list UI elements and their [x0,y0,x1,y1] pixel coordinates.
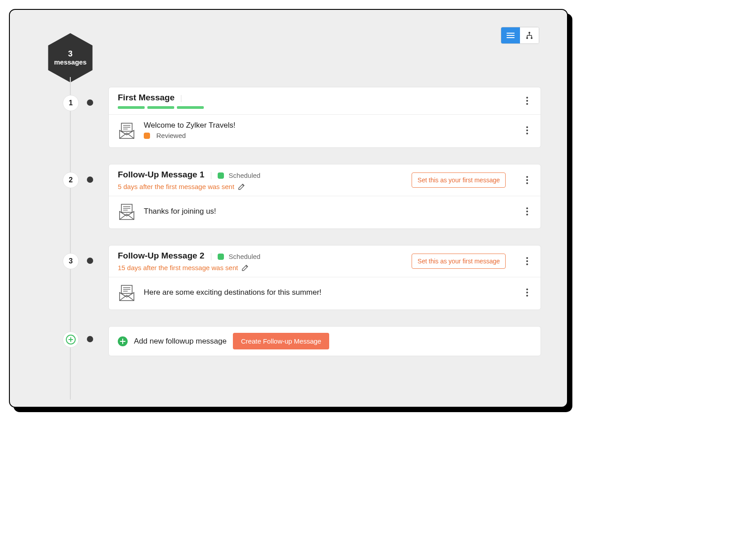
list-view-button[interactable] [501,27,520,43]
svg-point-8 [526,37,528,39]
message-row: 1 First Message [59,87,541,148]
messages-count-label: messages [54,59,87,66]
message-card: Follow-Up Message 1 Scheduled 5 days aft… [108,164,541,229]
status-dot-icon [144,133,150,139]
timeline-dot [87,336,93,342]
message-card: First Message [108,87,541,148]
svg-point-3 [528,32,530,34]
message-status: Scheduled [229,253,261,260]
content-menu-button[interactable] [523,288,532,297]
envelope-icon [118,202,137,220]
message-title: Follow-Up Message 2 [118,251,204,261]
message-row: 2 Follow-Up Message 1 Scheduled 5 days a… [59,164,541,229]
separator [211,172,211,179]
timeline-dot [87,258,93,264]
message-menu-button[interactable] [523,176,532,184]
separator [211,253,211,260]
message-content-status: Reviewed [156,132,186,139]
message-content-title: Here are some exciting destinations for … [144,288,519,297]
envelope-icon [118,284,137,301]
edit-icon[interactable] [241,263,249,271]
edit-icon[interactable] [238,182,246,190]
tree-icon [525,31,534,39]
app-frame: 3 messages 1 First Message [9,9,568,408]
add-step-badge[interactable] [63,331,79,348]
separator [181,95,181,102]
message-card: Follow-Up Message 2 Scheduled 15 days af… [108,245,541,310]
message-menu-button[interactable] [523,97,532,105]
message-title: Follow-Up Message 1 [118,170,204,180]
add-followup-row: Add new followup message Create Follow-u… [59,326,541,356]
messages-list: 1 First Message [59,87,541,356]
schedule-text: 5 days after the first message was sent [118,183,234,190]
timeline-dot [87,176,93,183]
svg-point-9 [531,37,533,39]
status-dot-icon [218,254,224,260]
step-number: 2 [63,172,79,188]
message-title: First Message [118,93,175,103]
timeline-dot [87,99,93,106]
plus-outline-icon [66,335,76,344]
status-dot-icon [218,172,224,179]
message-menu-button[interactable] [523,257,532,265]
schedule-text: 15 days after the first message was sent [118,264,238,271]
view-toggle [501,27,539,44]
add-followup-text: Add new followup message [134,337,227,346]
message-content-title: Thanks for joining us! [144,207,519,216]
message-content-title: Welcome to Zylker Travels! [144,121,519,130]
tree-view-button[interactable] [520,27,539,43]
set-first-button[interactable]: Set this as your first message [412,172,506,188]
content-menu-button[interactable] [523,207,532,215]
plus-solid-icon[interactable] [118,336,128,346]
envelope-icon [118,121,137,139]
content-menu-button[interactable] [523,126,532,134]
set-first-button[interactable]: Set this as your first message [412,254,506,269]
create-followup-button[interactable]: Create Follow-up Message [233,333,329,349]
messages-count: 3 [68,50,73,59]
message-row: 3 Follow-Up Message 2 Scheduled 15 days … [59,245,541,310]
list-icon [506,32,515,39]
progress-bars [118,106,519,109]
step-number: 1 [63,95,79,111]
step-number: 3 [63,253,79,269]
message-status: Scheduled [229,172,261,179]
